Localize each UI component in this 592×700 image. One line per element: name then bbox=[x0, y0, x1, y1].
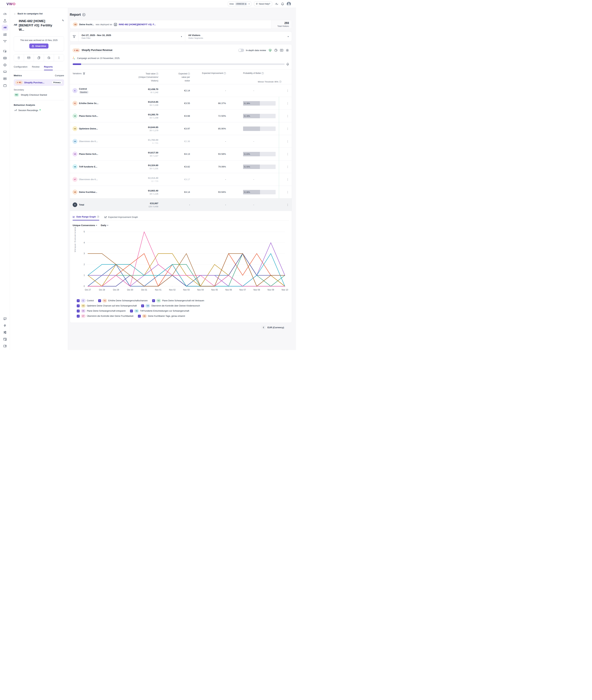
info-icon[interactable]: ? bbox=[261, 72, 264, 75]
funnel-icon[interactable] bbox=[83, 73, 85, 75]
activity-icon[interactable] bbox=[275, 3, 278, 5]
ab-test-type-icon: A/B bbox=[14, 24, 17, 32]
legend-item: ✓ V3 Optimiere Deine Chancen auf eine Sc… bbox=[77, 304, 137, 308]
info-icon[interactable]: ? bbox=[97, 216, 99, 218]
gauge-icon[interactable] bbox=[2, 11, 8, 17]
bell-icon[interactable] bbox=[286, 63, 289, 66]
video-icon[interactable] bbox=[2, 316, 8, 322]
row-menu-button[interactable]: ⋮ bbox=[286, 178, 289, 181]
tab-configuration[interactable]: Configuration bbox=[14, 65, 28, 70]
table-row: C Control Baseline €2,438.70 8 / 1,142 €… bbox=[70, 84, 292, 97]
pie-chart-icon[interactable] bbox=[274, 49, 278, 52]
legend-item: ✓ V7 Übernimm die Kontrolle über Deine F… bbox=[77, 314, 134, 318]
chart-line bbox=[88, 253, 285, 286]
window-history-icon[interactable] bbox=[2, 336, 8, 342]
total-value: €2,438.70 bbox=[122, 88, 158, 91]
compare-link[interactable]: Compare bbox=[55, 74, 64, 77]
more-actions-button[interactable]: ⋮ bbox=[54, 54, 64, 61]
tab-review[interactable]: Review bbox=[32, 65, 39, 70]
legend-item: ✓ V1 Erhöhe Deine Schwangerschaftschance… bbox=[98, 299, 147, 302]
panel-icon[interactable] bbox=[2, 343, 8, 349]
info-icon[interactable]: ? bbox=[156, 73, 158, 75]
legend-checkbox[interactable]: ✓ bbox=[130, 310, 133, 313]
history-button[interactable] bbox=[44, 54, 54, 61]
play-circle-icon[interactable] bbox=[82, 13, 86, 16]
metric-m1-name: Shopify Purchas... bbox=[24, 81, 44, 84]
total-value: €2,314.40 bbox=[122, 177, 158, 179]
variation-badge: V6 bbox=[72, 165, 77, 169]
metric-dropdown[interactable]: Unique Conversions▾ bbox=[72, 224, 97, 227]
sliders-icon[interactable] bbox=[2, 329, 8, 335]
row-menu-button[interactable]: ⋮ bbox=[286, 165, 289, 168]
tab-reports[interactable]: Reports bbox=[44, 65, 53, 70]
probability-value: 51.88% bbox=[244, 191, 250, 193]
behaviour-analysis-title: Behaviour Analysis bbox=[14, 104, 64, 106]
book-icon[interactable] bbox=[280, 49, 283, 52]
info-icon[interactable]: ? bbox=[188, 73, 190, 75]
probability-value: 51.49% bbox=[244, 115, 250, 117]
info-icon[interactable]: ? bbox=[224, 72, 226, 75]
variation-name: Plane Deine Sch... bbox=[79, 115, 98, 117]
ab-test-icon[interactable]: A/B bbox=[2, 25, 8, 31]
variation-badge: V5 bbox=[72, 152, 77, 156]
server-icon[interactable] bbox=[2, 55, 8, 61]
calendar-icon[interactable] bbox=[2, 83, 8, 88]
legend-checkbox[interactable]: ✓ bbox=[98, 299, 101, 302]
gear-icon[interactable] bbox=[286, 49, 289, 52]
in-depth-toggle[interactable] bbox=[238, 49, 244, 52]
tab-expected-improvement-graph[interactable]: Expected Improvement Graph bbox=[104, 216, 138, 221]
copy-icon[interactable]: ⧉ bbox=[245, 3, 246, 5]
email-button[interactable] bbox=[24, 54, 34, 61]
flask-icon[interactable] bbox=[2, 18, 8, 24]
row-menu-button[interactable]: ⋮ bbox=[286, 203, 289, 206]
table-row-total: T Total €33,067 129 / 9,458 - - - ⋮ bbox=[70, 198, 292, 211]
target-icon[interactable] bbox=[2, 62, 8, 68]
info-icon[interactable]: ? bbox=[279, 81, 282, 83]
legend-label: Control bbox=[87, 299, 94, 302]
legend-checkbox[interactable]: ✓ bbox=[152, 299, 155, 302]
heart-pulse-icon[interactable] bbox=[268, 49, 272, 52]
legend-checkbox[interactable]: ✓ bbox=[77, 305, 80, 307]
archive-button[interactable] bbox=[14, 54, 24, 61]
row-menu-button[interactable]: ⋮ bbox=[286, 102, 289, 105]
row-menu-button[interactable]: ⋮ bbox=[286, 89, 289, 92]
metric-m2-item[interactable]: M2 Shopify Checkout Started bbox=[14, 93, 64, 97]
row-menu-button[interactable]: ⋮ bbox=[286, 140, 289, 143]
legend-checkbox[interactable]: ✓ bbox=[77, 299, 80, 302]
account-selector[interactable]: Inne #996036⧉ ▾ bbox=[228, 2, 251, 6]
date-filter-dropdown[interactable]: Oct 27, 2025 - Nov 10, 2025 Date Filter … bbox=[79, 32, 185, 41]
personalize-icon[interactable] bbox=[2, 48, 8, 54]
deployed-campaign-link[interactable]: INNE-682 [HOME][BENEFIT #3]: F... bbox=[119, 23, 156, 26]
row-menu-button[interactable]: ⋮ bbox=[286, 114, 289, 118]
conversions-visitors: 15 / 1,158 bbox=[122, 117, 158, 119]
branch-icon[interactable] bbox=[2, 38, 8, 44]
date-filter-value: Oct 27, 2025 - Nov 10, 2025 bbox=[82, 34, 111, 37]
expected-value: €3.68 bbox=[158, 115, 190, 117]
user-avatar[interactable] bbox=[287, 2, 291, 6]
legend-checkbox[interactable]: ✓ bbox=[77, 315, 80, 318]
row-menu-button[interactable]: ⋮ bbox=[286, 127, 289, 130]
tab-date-range-graph[interactable]: Date Range Graph ? bbox=[72, 216, 99, 221]
bolt-icon[interactable] bbox=[2, 323, 8, 328]
bell-icon[interactable] bbox=[281, 2, 284, 5]
edit-icon[interactable]: ✎ bbox=[62, 19, 64, 32]
unarchive-button[interactable]: Unarchive bbox=[29, 44, 48, 48]
legend-checkbox[interactable]: ✓ bbox=[77, 310, 80, 313]
campaign-archived-note: Campaign archived on 10 November, 2025. bbox=[77, 57, 120, 59]
y-axis-label: Unique Conversions bbox=[74, 227, 76, 252]
period-dropdown[interactable]: Daily▾ bbox=[101, 224, 108, 227]
legend-checkbox[interactable]: ✓ bbox=[138, 315, 141, 318]
duplicate-button[interactable] bbox=[34, 54, 44, 61]
session-recordings-link[interactable]: Session Recordings bbox=[14, 109, 64, 111]
need-help-button[interactable]: ✆ Need Help? bbox=[254, 2, 273, 6]
row-menu-button[interactable]: ⋮ bbox=[286, 152, 289, 156]
table-row: V6 Triff fundierte E... €4,324.60 15 / 1… bbox=[70, 160, 292, 173]
goggles-icon[interactable] bbox=[2, 69, 8, 75]
legend-checkbox[interactable]: ✓ bbox=[141, 305, 144, 307]
layout-icon[interactable] bbox=[2, 32, 8, 37]
visitor-segments-dropdown[interactable]: All Visitors Visitor Segments ▾ bbox=[185, 32, 292, 41]
metric-m1-item[interactable]: ☆M1 Shopify Purchas... Primary bbox=[14, 79, 64, 86]
back-to-campaigns-link[interactable]: ← Back to campaigns list bbox=[14, 12, 64, 15]
database-icon[interactable] bbox=[2, 76, 8, 82]
row-menu-button[interactable]: ⋮ bbox=[286, 191, 289, 194]
